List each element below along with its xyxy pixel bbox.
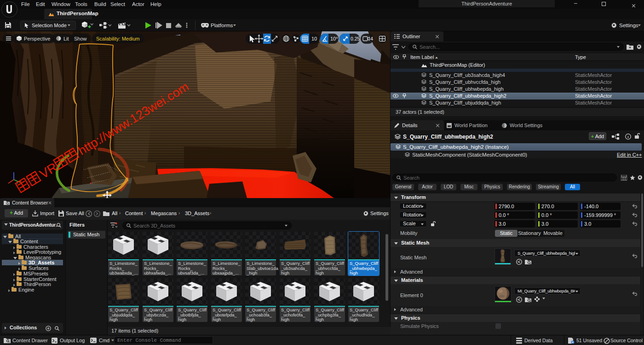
svg-text:10°: 10° [330,36,338,41]
svg-text:0.25: 0.25 [351,36,360,41]
svg-text:10: 10 [311,36,317,41]
svg-text:4: 4 [370,36,373,41]
